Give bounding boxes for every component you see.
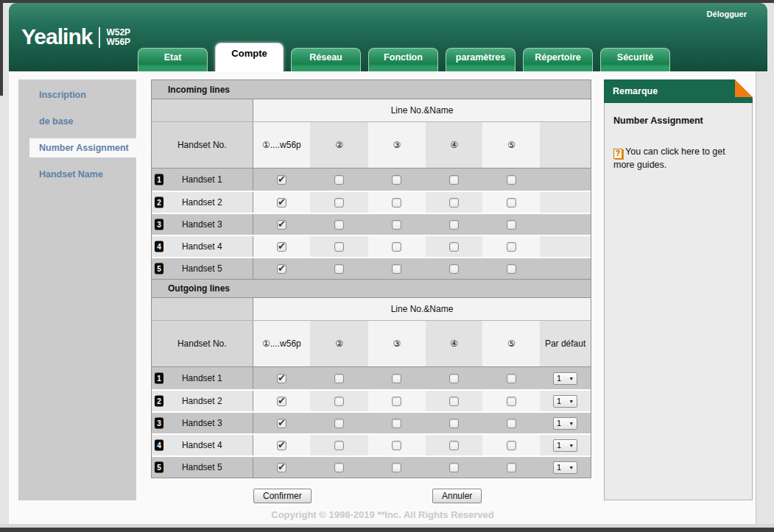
checkbox-incoming-handset3-line3[interactable] [392,220,401,230]
checkbox-incoming-handset5-line1[interactable] [277,264,286,274]
incoming-handset5-line2-cell [310,258,368,279]
handset2-number-badge: 2 [155,396,163,407]
outgoing-handset3-line4-cell [426,413,483,433]
checkbox-outgoing-handset4-line1[interactable] [277,441,286,450]
checkbox-outgoing-handset5-line4[interactable] [449,463,459,472]
incoming-handset5-line1-cell [253,258,311,279]
default-line-select-handset1[interactable]: 1▼ [553,372,577,385]
handset4-label: Handset 4 [182,440,222,450]
checkbox-outgoing-handset4-line2[interactable] [334,441,344,450]
outgoing-handset4-label-cell: 4Handset 4 [152,435,253,455]
checkbox-outgoing-handset3-line3[interactable] [392,419,401,428]
incoming-handset2-line2-cell [310,192,368,213]
sidebar-item-de-base[interactable]: de base [18,116,136,127]
tab-etat[interactable]: Etat [138,48,208,71]
main-tab-bar: EtatCompteRéseauFonctionparamètresRépert… [138,43,678,71]
checkbox-outgoing-handset2-line2[interactable] [334,397,344,406]
tab-securite[interactable]: Sécurité [600,48,670,71]
checkbox-incoming-handset1-line1[interactable] [277,175,286,185]
sidebar-item-number-assignment[interactable]: Number Assignment [29,138,145,157]
checkbox-incoming-handset5-line5[interactable] [507,264,516,274]
checkbox-outgoing-handset2-line1[interactable] [277,397,286,406]
default-line-select-handset2[interactable]: 1▼ [553,395,577,408]
checkbox-incoming-handset5-line4[interactable] [449,264,459,274]
checkbox-outgoing-handset5-line3[interactable] [392,463,401,472]
checkbox-outgoing-handset2-line4[interactable] [449,397,459,406]
logout-link[interactable]: Délogguer [707,10,747,18]
outgoing-handset3-extra-cell: 1▼ [540,413,591,433]
checkbox-incoming-handset4-line1[interactable] [277,242,286,252]
outgoing-section-title: Outgoing lines [168,283,230,294]
checkbox-incoming-handset4-line4[interactable] [449,242,459,252]
left-sidebar: Inscriptionde baseNumber AssignmentHands… [18,79,136,500]
checkbox-outgoing-handset1-line5[interactable] [507,374,516,383]
outgoing-handset3-line2-cell [310,413,368,433]
handset5-label: Handset 5 [182,462,222,472]
outgoing-handset3-line1-cell [253,413,311,433]
checkbox-incoming-handset1-line3[interactable] [392,175,401,185]
checkbox-outgoing-handset1-line4[interactable] [449,374,459,383]
tab-parametres[interactable]: paramètres [446,48,516,71]
checkbox-outgoing-handset1-line1[interactable] [277,374,286,383]
incoming-handset1-line2-cell [310,169,368,191]
handset5-number-badge: 5 [155,263,163,274]
default-line-select-handset4[interactable]: 1▼ [553,439,577,452]
checkbox-incoming-handset2-line3[interactable] [392,198,401,208]
default-line-select-handset3[interactable]: 1▼ [553,417,577,430]
checkbox-incoming-handset3-line5[interactable] [507,220,516,230]
checkbox-incoming-handset1-line5[interactable] [507,175,516,185]
tab-compte[interactable]: Compte [215,43,284,71]
handset1-number-badge: 1 [155,373,163,384]
checkbox-incoming-handset5-line2[interactable] [334,264,344,274]
tab-repertoire[interactable]: Répertoire [523,48,593,71]
help-question-icon[interactable]: ? [613,149,622,159]
checkbox-outgoing-handset4-line3[interactable] [392,441,401,450]
remark-help-text[interactable]: You can click here to get more guides. [613,146,725,170]
remark-panel: Remarque Number Assignment ?You can clic… [604,79,753,500]
checkbox-outgoing-handset3-line2[interactable] [334,419,344,428]
checkbox-outgoing-handset3-line4[interactable] [449,419,459,428]
sidebar-item-inscription[interactable]: Inscription [18,89,136,101]
checkbox-incoming-handset2-line2[interactable] [334,198,344,208]
checkbox-outgoing-handset4-line5[interactable] [507,441,516,450]
checkbox-incoming-handset2-line1[interactable] [277,198,286,208]
checkbox-outgoing-handset3-line5[interactable] [507,419,516,428]
checkbox-incoming-handset3-line1[interactable] [277,220,286,230]
outgoing-handset3-label-cell: 3Handset 3 [152,413,253,433]
checkbox-outgoing-handset2-line5[interactable] [507,397,516,406]
checkbox-incoming-handset3-line4[interactable] [449,220,459,230]
checkbox-incoming-handset2-line5[interactable] [507,198,516,208]
checkbox-incoming-handset1-line2[interactable] [334,175,344,185]
checkbox-outgoing-handset1-line2[interactable] [334,374,344,383]
checkbox-incoming-handset4-line3[interactable] [392,242,401,252]
model-w56p: W56P [106,38,130,47]
remark-help: ?You can click here to get more guides. [613,146,743,171]
outgoing-line2-header: ② [310,321,368,366]
cancel-button[interactable]: Annuler [432,489,482,503]
checkbox-outgoing-handset2-line3[interactable] [392,397,401,406]
checkbox-outgoing-handset3-line1[interactable] [277,419,286,428]
outgoing-handset2-line1-cell [253,391,311,411]
checkbox-incoming-handset1-line4[interactable] [449,175,459,185]
checkbox-outgoing-handset5-line5[interactable] [507,463,516,472]
checkbox-outgoing-handset5-line1[interactable] [277,463,286,472]
tab-fonction[interactable]: Fonction [368,48,438,71]
checkbox-outgoing-handset1-line3[interactable] [392,374,401,383]
outgoing-column-header-row: Handset No.①....w56p②③④⑤Par défaut [152,321,591,367]
outgoing-row-handset2: 2Handset 21▼ [152,389,591,411]
outgoing-handset5-line3-cell [368,457,426,478]
checkbox-incoming-handset3-line2[interactable] [334,220,344,230]
incoming-row-handset1: 1Handset 1 [152,169,591,191]
default-line-select-handset5[interactable]: 1▼ [553,461,577,474]
checkbox-incoming-handset2-line4[interactable] [449,198,459,208]
checkbox-incoming-handset5-line3[interactable] [392,264,401,274]
tab-reseau[interactable]: Réseau [291,48,361,71]
sidebar-item-handset-name[interactable]: Handset Name [18,169,136,180]
checkbox-incoming-handset4-line2[interactable] [334,242,344,252]
dropdown-arrow-icon: ▼ [569,465,574,470]
confirm-button[interactable]: Confirmer [253,489,312,503]
checkbox-outgoing-handset4-line4[interactable] [449,441,459,450]
checkbox-outgoing-handset5-line2[interactable] [334,463,344,472]
checkbox-incoming-handset4-line5[interactable] [507,242,516,252]
outgoing-handset2-line3-cell [368,391,426,411]
